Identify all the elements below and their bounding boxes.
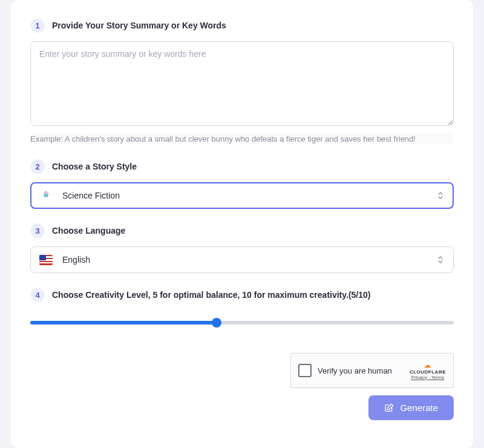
example-text: A children's story about a small but cle…: [65, 134, 416, 143]
step-4-header: 4 Choose Creativity Level, 5 for optimal…: [30, 288, 454, 302]
step-4-title: Choose Creativity Level, 5 for optimal b…: [52, 290, 370, 300]
terms-link[interactable]: Terms: [431, 375, 444, 380]
chevron-updown-icon: [436, 254, 445, 265]
captcha-checkbox[interactable]: [298, 364, 312, 377]
svg-point-0: [45, 192, 47, 193]
example-label: Example:: [30, 134, 65, 143]
form-card: 1 Provide Your Story Summary or Key Word…: [11, 0, 473, 448]
slider-thumb[interactable]: [212, 318, 221, 328]
step-number-2: 2: [30, 159, 45, 174]
captcha-label: Verify you are human: [318, 366, 404, 375]
step-number-1: 1: [30, 18, 45, 33]
step-2-section: 2 Choose a Story Style Science Fiction: [30, 159, 454, 209]
slider-fill: [30, 321, 217, 324]
edit-icon: [384, 403, 394, 413]
flag-us-icon: [39, 253, 53, 266]
step-2-header: 2 Choose a Story Style: [30, 159, 454, 174]
chevron-updown-icon: [436, 190, 445, 201]
step-3-section: 3 Choose Language English: [30, 223, 454, 273]
creativity-slider[interactable]: [30, 317, 454, 329]
step-3-title: Choose Language: [52, 226, 125, 236]
step-number-3: 3: [30, 223, 45, 238]
cloudflare-logo: ☁: [424, 361, 431, 369]
cloudflare-text: CLOUDFLARE: [410, 369, 446, 375]
step-4-section: 4 Choose Creativity Level, 5 for optimal…: [30, 288, 454, 329]
footer-area: Verify you are human ☁ CLOUDFLARE Privac…: [30, 353, 454, 420]
language-select[interactable]: English: [30, 246, 454, 273]
generate-button[interactable]: Generate: [368, 395, 454, 420]
story-style-value: Science Fiction: [62, 191, 427, 200]
step-number-4: 4: [30, 288, 45, 302]
cupcake-icon: [39, 189, 53, 202]
cloud-icon: ☁: [424, 361, 431, 369]
generate-label: Generate: [400, 403, 438, 413]
step-2-title: Choose a Story Style: [52, 162, 137, 171]
privacy-link[interactable]: Privacy: [411, 375, 427, 380]
language-value: English: [62, 255, 427, 265]
captcha-links: Privacy · Terms: [411, 375, 445, 380]
captcha-widget[interactable]: Verify you are human ☁ CLOUDFLARE Privac…: [290, 353, 454, 388]
step-1-title: Provide Your Story Summary or Key Words: [52, 21, 226, 30]
captcha-brand: ☁ CLOUDFLARE Privacy · Terms: [410, 361, 446, 380]
step-3-header: 3 Choose Language: [30, 223, 454, 238]
step-1-header: 1 Provide Your Story Summary or Key Word…: [30, 18, 454, 33]
example-row: Example: A children's story about a smal…: [30, 133, 454, 145]
story-style-select[interactable]: Science Fiction: [30, 182, 454, 209]
story-summary-input[interactable]: [30, 41, 454, 126]
step-1-section: 1 Provide Your Story Summary or Key Word…: [30, 18, 454, 145]
